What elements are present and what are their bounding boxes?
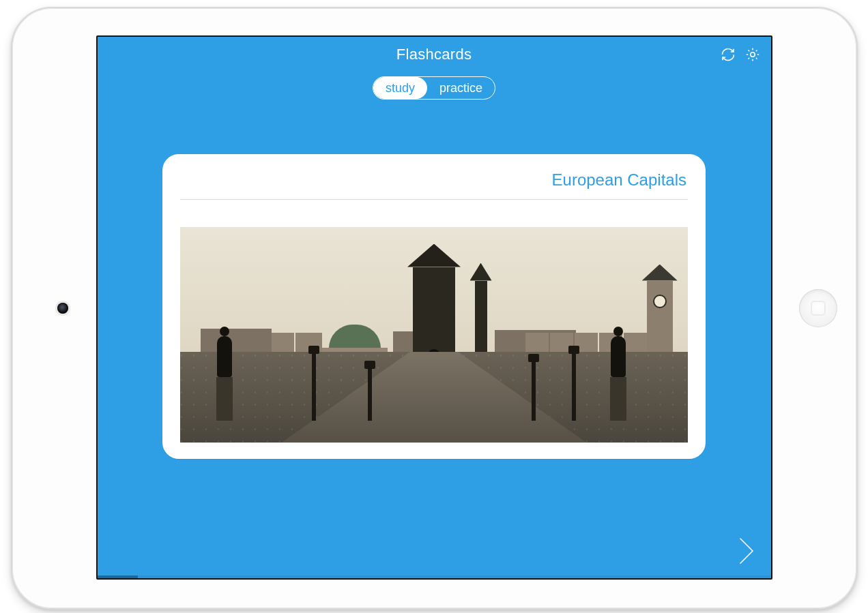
svg-point-0: [750, 53, 754, 57]
device-home-button[interactable]: [799, 289, 837, 327]
flashcard-image: [180, 227, 688, 443]
top-bar: Flashcards: [98, 37, 771, 72]
app-screen: Flashcards: [96, 35, 772, 580]
mode-toggle: study practice: [98, 72, 771, 106]
tablet-frame: Flashcards: [11, 7, 858, 610]
tab-practice[interactable]: practice: [427, 77, 495, 99]
next-button[interactable]: [733, 535, 760, 567]
progress-bar: [98, 575, 771, 578]
sync-icon[interactable]: [719, 46, 737, 63]
deck-title: European Capitals: [180, 168, 688, 200]
flashcard[interactable]: European Capitals: [162, 154, 706, 459]
gear-icon[interactable]: [744, 46, 762, 63]
tab-study[interactable]: study: [373, 77, 427, 99]
app-title: Flashcards: [396, 46, 472, 63]
top-bar-actions: [719, 37, 762, 72]
progress-fill: [98, 575, 138, 578]
device-camera: [57, 303, 68, 314]
